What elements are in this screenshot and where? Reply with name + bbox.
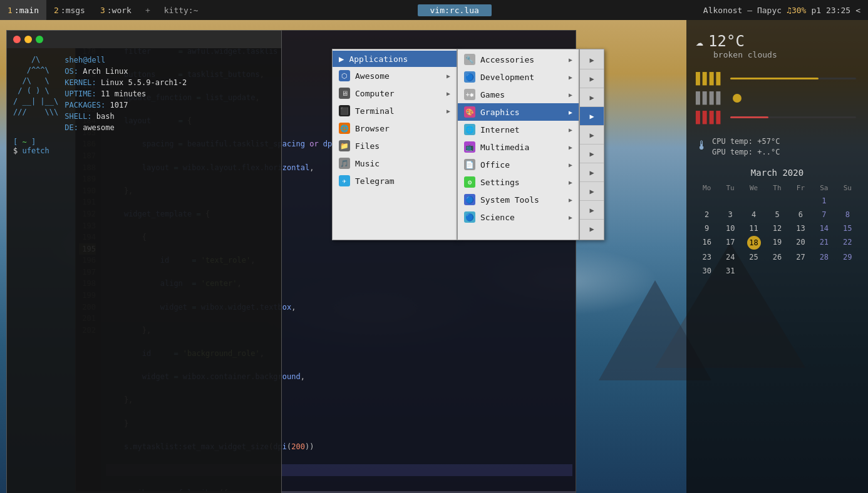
files-label: Files — [355, 141, 380, 151]
menu-telegram[interactable]: ✈ Telegram — [333, 172, 457, 190]
cal-2: 2 — [696, 208, 718, 221]
graphics-label: Graphics — [480, 108, 520, 117]
new-tab-button[interactable]: + — [139, 0, 157, 20]
internet-label: Internet — [480, 125, 520, 135]
submenu-arrow-7[interactable]: ▶ — [580, 163, 604, 182]
cal-day-su: Su — [837, 183, 859, 193]
music-indicator: ♫30% — [787, 6, 806, 15]
menu-internet[interactable]: 🌐 Internet ▶ — [458, 121, 579, 138]
temp-values: CPU temp: +57°C GPU temp: +..°C — [712, 137, 780, 156]
music-label: Music — [355, 159, 380, 168]
prompt-tilde: ~ — [22, 138, 26, 146]
tab-3-num: 3 — [100, 6, 105, 15]
calendar-title: March 2020 — [696, 168, 859, 178]
submenu-arrow-6[interactable]: ▶ — [580, 145, 604, 163]
cal-6: 6 — [790, 208, 812, 221]
weather-widget: ☁ 12°C broken clouds — [696, 29, 859, 63]
close-button[interactable] — [13, 36, 21, 43]
kitty-label: kitty:~ — [157, 0, 206, 20]
weather-temp-row: ☁ 12°C — [696, 33, 745, 50]
submenu-arrow-8[interactable]: ▶ — [580, 182, 604, 201]
cal-28: 28 — [813, 251, 835, 263]
cal-empty — [743, 265, 765, 277]
hw-ram-dot: ▋▋▋▋ — [696, 90, 859, 106]
right-panel: ☁ 12°C broken clouds ▋▋▋▋ ▋▋▋▋ ▋▋▋▋ 🌡 — [686, 20, 868, 493]
cal-21: 21 — [813, 236, 835, 250]
os-value: Arch Linux — [83, 67, 128, 76]
cal-17: 17 — [719, 236, 741, 250]
multimedia-arrow: ▶ — [569, 144, 572, 151]
menu-settings[interactable]: ⚙ Settings ▶ — [458, 173, 579, 191]
prompt-bracket-close: ] — [27, 138, 36, 146]
cpu-temp: CPU temp: +57°C — [712, 137, 780, 146]
menu-office[interactable]: 📄 Office ▶ — [458, 156, 579, 173]
settings-arrow: ▶ — [569, 179, 572, 186]
terminal-arrow: ▶ — [447, 108, 450, 114]
cal-13: 13 — [790, 222, 812, 235]
menu-computer[interactable]: 🖥 Computer ▶ — [333, 84, 457, 102]
ram-dot — [733, 94, 741, 103]
menu-applications[interactable]: ▶ Applications — [333, 51, 457, 67]
menu-system-tools[interactable]: 🔵 System Tools ▶ — [458, 191, 579, 208]
terminal-window: /\ /^^^\ /\ \ / ( ) \ / __| |__\ /// \\\… — [6, 30, 282, 493]
applications-icon: ▶ — [339, 54, 344, 64]
prompt-line: [ ~ ] $ ufetch — [7, 136, 281, 156]
cal-empty — [790, 265, 812, 277]
submenu-arrow-3[interactable]: ▶ — [580, 88, 604, 107]
submenu-arrow-2[interactable]: ▶ — [580, 69, 604, 88]
packages-label: PACKAGES: — [65, 101, 105, 109]
cal-10: 10 — [719, 222, 741, 235]
cal-4: 4 — [743, 208, 765, 221]
menu-music[interactable]: 🎵 Music — [333, 155, 457, 172]
menu-science[interactable]: 🔵 Science ▶ — [458, 208, 579, 226]
submenu-arrow-4[interactable]: ▶ — [580, 107, 604, 126]
menu-multimedia[interactable]: 📺 Multimedia ▶ — [458, 138, 579, 156]
accessories-icon: 🔧 — [464, 54, 475, 65]
topbar-center: vim:rc.lua — [206, 4, 703, 16]
user-label: sheh@dell — [65, 56, 105, 64]
minimize-button[interactable] — [24, 36, 32, 43]
menu-browser[interactable]: 🌐 Browser — [333, 119, 457, 137]
cal-day-we: We — [743, 183, 765, 193]
cal-day-fr: Fr — [790, 183, 812, 193]
prompt-command[interactable]: ufetch — [22, 146, 49, 155]
menu-terminal[interactable]: ⬛ Terminal ▶ — [333, 102, 457, 119]
neofetch-section: /\ /^^^\ /\ \ / ( ) \ / __| |__\ /// \\\… — [7, 48, 281, 136]
cal-day-th: Th — [766, 183, 788, 193]
accessories-arrow: ▶ — [569, 56, 572, 63]
context-menu: ▶ Applications ⬡ Awesome ▶ 🖥 Computer ▶ … — [332, 49, 604, 240]
temp-icon-row: 🌡 CPU temp: +57°C GPU temp: +..°C — [696, 134, 859, 156]
ram-icon-1: ▋▋▋▋ — [696, 72, 723, 85]
submenu-arrow-10[interactable]: ▶ — [580, 220, 604, 238]
menu-accessories[interactable]: 🔧 Accessories ▶ — [458, 51, 579, 68]
science-label: Science — [480, 213, 515, 222]
hw-bar-fill-2 — [730, 116, 768, 118]
submenu-arrow-5[interactable]: ▶ — [580, 126, 604, 145]
submenu-arrow-1[interactable]: ▶ — [580, 51, 604, 69]
cal-19: 19 — [766, 236, 788, 250]
tab-1-main[interactable]: 1:main — [0, 0, 46, 20]
menu-graphics[interactable]: 🎨 Graphics ▶ — [458, 103, 579, 121]
cal-20: 20 — [790, 236, 812, 250]
office-icon: 📄 — [464, 159, 475, 170]
tab-3-label: work — [112, 6, 132, 15]
cal-5: 5 — [766, 208, 788, 221]
menu-awesome[interactable]: ⬡ Awesome ▶ — [333, 67, 457, 84]
hw-bar-fill-1 — [730, 78, 818, 79]
uptime-label: UPTIME: — [65, 89, 96, 98]
menu-col-2: 🔧 Accessories ▶ 🔵 Development ▶ +✱ Games… — [457, 49, 579, 240]
menu-games[interactable]: +✱ Games ▶ — [458, 86, 579, 103]
topbar-right: Alkonost – Парус ♫30% p1 23:25 < — [703, 6, 868, 15]
menu-development[interactable]: 🔵 Development ▶ — [458, 68, 579, 86]
maximize-button[interactable] — [36, 36, 43, 43]
tab-3-work[interactable]: 3:work — [93, 0, 139, 20]
tab-2-msgs[interactable]: 2:msgs — [46, 0, 93, 20]
menu-files[interactable]: 📁 Files — [333, 137, 457, 155]
awesome-arrow: ▶ — [447, 73, 450, 79]
shell-value: bash — [96, 112, 115, 121]
development-arrow: ▶ — [569, 74, 572, 81]
applications-label: Applications — [349, 54, 408, 64]
telegram-icon: ✈ — [339, 175, 350, 186]
clock: 23:25 — [826, 6, 850, 15]
submenu-arrow-9[interactable]: ▶ — [580, 201, 604, 220]
